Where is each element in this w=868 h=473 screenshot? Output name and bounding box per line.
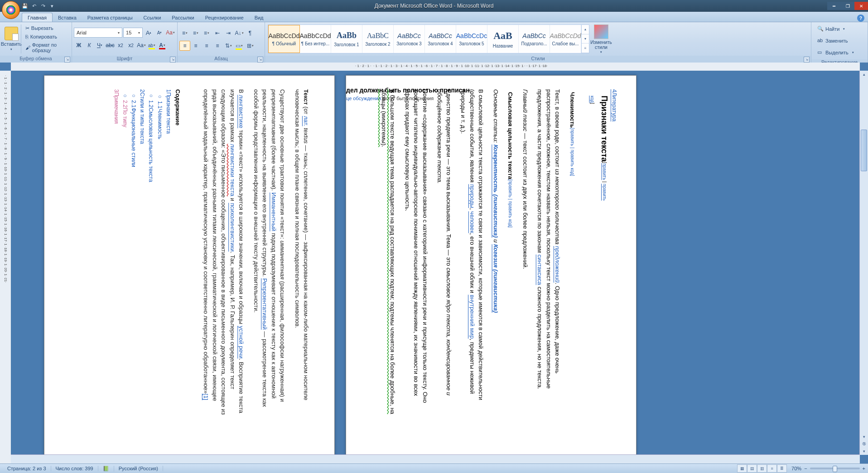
style-heading1[interactable]: AaBbЗаголовок 1 [331, 25, 362, 53]
tab-home[interactable]: Главная [22, 13, 53, 22]
shrink-font-button[interactable]: A▾ [154, 28, 164, 38]
gallery-scroll[interactable]: ▴▾≡ [581, 25, 589, 53]
styles-launcher[interactable]: ⇲ [804, 57, 810, 63]
zoom-control: 70% − + [791, 466, 865, 471]
bold-button[interactable]: Ж [74, 40, 84, 50]
status-words[interactable]: Число слов: 399 [51, 466, 98, 471]
replace-button[interactable]: abЗаменить [815, 35, 856, 46]
underline-button[interactable]: Ч▾ [95, 40, 105, 50]
status-language[interactable]: Русский (Россия) [114, 466, 163, 471]
view-outline[interactable]: ≡ [767, 464, 777, 473]
qat-more-icon[interactable]: ▾ [48, 2, 56, 10]
vertical-ruler[interactable]: · 1 · 1 · 2 · 1 · 3 · 1 · 4 · 1 · 5 · 1 … [0, 71, 11, 464]
subscript-button[interactable]: x2 [116, 40, 125, 50]
numbering-button[interactable]: ≡ [190, 28, 201, 38]
status-page[interactable]: Страница: 2 из 3 [3, 466, 51, 471]
bullets-button[interactable]: ≡ [179, 28, 190, 38]
font-name-combo[interactable]: Arial▾ [74, 28, 122, 38]
tab-mailings[interactable]: Рассылки [166, 13, 199, 22]
scroll-down-icon[interactable]: ▾ [860, 433, 868, 440]
status-proof-icon[interactable]: 📗 [98, 466, 114, 472]
cut-button[interactable]: ✂Вырезать [23, 24, 70, 33]
format-painter-button[interactable]: 🖌Формат по образцу [23, 41, 70, 54]
para-launcher[interactable]: ⇲ [257, 57, 263, 63]
zoom-out-button[interactable]: − [804, 466, 807, 471]
qat-undo-icon[interactable]: ↶ [30, 2, 38, 10]
zoom-level[interactable]: 70% [791, 466, 801, 471]
scissors-icon: ✂ [25, 25, 29, 31]
tab-review[interactable]: Рецензирование [200, 13, 249, 22]
style-subtitle[interactable]: AaBbCcПодзаголо... [519, 25, 550, 53]
style-heading5[interactable]: AaBbCcDcЗаголовок 5 [456, 25, 487, 53]
qat-redo-icon[interactable]: ↷ [39, 2, 47, 10]
change-case-button[interactable]: Aa [136, 40, 146, 50]
tab-layout[interactable]: Разметка страницы [82, 13, 138, 22]
next-page-icon[interactable]: ▾ [860, 448, 868, 455]
indent-increase-button[interactable]: ⇥ [223, 28, 234, 38]
indent-decrease-button[interactable]: ⇤ [212, 28, 223, 38]
style-subtle[interactable]: AaBbCcDdСлабое вы... [550, 25, 581, 53]
font-color-button[interactable]: A [157, 40, 167, 50]
clipboard-launcher[interactable]: ⇲ [64, 57, 70, 63]
tab-insert[interactable]: Вставка [53, 13, 82, 22]
page-2: Содержание 1Признаки текста ○ 1.1Членимо… [44, 75, 335, 455]
style-normal[interactable]: AaBbCcDd¶ Обычный [268, 25, 300, 53]
change-styles-button[interactable]: Изменить стили▾ [590, 24, 612, 54]
superscript-button[interactable]: x2 [126, 40, 136, 50]
select-button[interactable]: ▭Выделить▾ [815, 47, 856, 58]
font-size-combo[interactable]: 15▾ [123, 28, 143, 38]
view-fullscreen[interactable]: ▤ [747, 464, 757, 473]
style-title[interactable]: AaBНазвание [487, 25, 519, 53]
help-icon[interactable]: ? [857, 14, 864, 22]
multilevel-button[interactable]: ≡ [201, 28, 212, 38]
horizontal-ruler[interactable]: · 1 · 2 · 1 · · 1 · 1 · 2 · 1 · 3 · 1 · … [11, 63, 860, 71]
borders-button[interactable]: ⊞ [245, 41, 256, 51]
line-spacing-button[interactable]: ⇅ [223, 41, 234, 51]
clear-formatting-button[interactable]: Aa [165, 28, 175, 38]
zoom-in-button[interactable]: + [863, 466, 865, 471]
italic-button[interactable]: К [84, 40, 94, 50]
style-heading4[interactable]: AaBbCcЗаголовок 4 [425, 25, 456, 53]
align-right-button[interactable]: ≡ [201, 41, 212, 51]
close-button[interactable]: ✕ [854, 2, 868, 10]
horizontal-scrollbar[interactable] [11, 454, 860, 464]
view-web[interactable]: ▥ [757, 464, 767, 473]
view-draft[interactable]: ≣ [777, 464, 787, 473]
paste-icon [5, 27, 18, 40]
right-nav: 4Литература Признаки текста[править | пр… [586, 89, 619, 207]
scroll-up-icon[interactable]: ▴ [860, 71, 868, 78]
toc-column: Содержание 1Признаки текста ○ 1.1Членимо… [111, 89, 182, 379]
qat-save-icon[interactable]: 💾 [21, 2, 29, 10]
font-launcher[interactable]: ⇲ [170, 57, 176, 63]
tab-references[interactable]: Ссылки [138, 13, 167, 22]
view-buttons: ▦ ▤ ▥ ≡ ≣ [737, 464, 787, 473]
style-heading3[interactable]: AaBbCcЗаголовок 3 [394, 25, 425, 53]
copy-button[interactable]: ⎘Копировать [23, 33, 70, 41]
align-justify-button[interactable]: ≡ [212, 41, 223, 51]
document-area[interactable]: Содержание 1Признаки текста ○ 1.1Членимо… [11, 71, 860, 455]
shading-button[interactable]: ▭ [234, 41, 245, 51]
maximize-button[interactable]: ❐ [841, 2, 854, 10]
style-nospacing[interactable]: AaBbCcDd¶ Без интер... [300, 25, 331, 53]
strike-button[interactable]: abc [105, 40, 115, 50]
align-center-button[interactable]: ≡ [190, 41, 201, 51]
grow-font-button[interactable]: A▴ [144, 28, 154, 38]
minimize-button[interactable]: ━ [827, 2, 841, 10]
align-left-button[interactable]: ≡ [179, 41, 190, 51]
sort-button[interactable]: A↓ [234, 28, 245, 38]
zoom-slider[interactable] [810, 468, 860, 469]
highlight-button[interactable]: ab [147, 40, 157, 50]
office-button[interactable] [2, 1, 20, 19]
find-button[interactable]: 🔍Найти▾ [815, 24, 856, 34]
window-title: Документ Microsoft Office Word - Microso… [375, 3, 494, 9]
vertical-scrollbar[interactable]: ▴ ▾ ⦿ ▾ [859, 71, 868, 455]
paste-button[interactable]: Вставить▾ [2, 24, 21, 54]
page-3: дел должен быть полностью преписан. це о… [346, 75, 637, 455]
tab-view[interactable]: Вид [249, 13, 269, 22]
scroll-thumb[interactable] [861, 130, 867, 171]
view-print-layout[interactable]: ▦ [737, 464, 747, 473]
show-marks-button[interactable]: ¶ [245, 28, 256, 38]
style-heading2[interactable]: AaBbCЗаголовок 2 [362, 25, 394, 53]
prev-page-icon[interactable]: ⦿ [860, 440, 868, 448]
toc-title: Содержание [173, 89, 182, 370]
